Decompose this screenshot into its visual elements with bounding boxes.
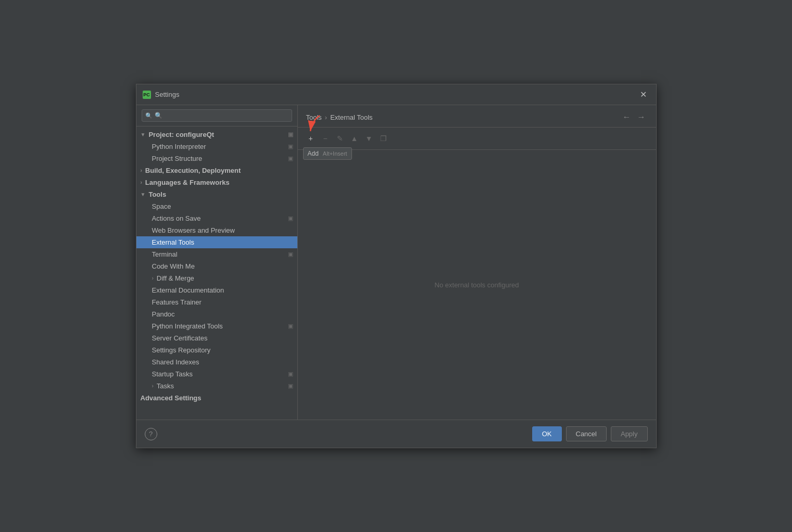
nav-forward-button[interactable]: → bbox=[635, 111, 648, 123]
sidebar-item-label: Python Integrated Tools bbox=[152, 322, 223, 330]
sidebar-item-label: Features Trainer bbox=[152, 298, 202, 306]
settings-icon: ▣ bbox=[288, 383, 293, 389]
expand-icon: › bbox=[152, 383, 154, 389]
sidebar-item-server-certificates[interactable]: Server Certificates bbox=[136, 332, 297, 344]
settings-icon: ▣ bbox=[288, 143, 293, 150]
sidebar-item-project[interactable]: ▼ Project: configureQt ▣ bbox=[136, 129, 297, 141]
sidebar-item-label: Shared Indexes bbox=[152, 358, 199, 366]
sidebar-item-label: Pandoc bbox=[152, 310, 175, 318]
cancel-button[interactable]: Cancel bbox=[566, 426, 607, 441]
sidebar-item-python-interpreter[interactable]: Python Interpreter ▣ bbox=[136, 141, 297, 153]
sidebar-item-shared-indexes[interactable]: Shared Indexes bbox=[136, 356, 297, 368]
expand-icon: › bbox=[141, 180, 142, 185]
sidebar-item-code-with-me[interactable]: Code With Me bbox=[136, 260, 297, 272]
sidebar-item-terminal[interactable]: Terminal ▣ bbox=[136, 248, 297, 260]
sidebar-item-advanced-settings[interactable]: Advanced Settings bbox=[136, 392, 297, 404]
search-input[interactable] bbox=[142, 109, 292, 122]
breadcrumb-separator: › bbox=[325, 113, 327, 121]
search-box: 🔍 bbox=[136, 105, 297, 126]
sidebar-item-web-browsers[interactable]: Web Browsers and Preview bbox=[136, 224, 297, 236]
sidebar-item-label: Terminal bbox=[152, 250, 178, 258]
nav-arrows: ← → bbox=[621, 111, 648, 123]
sidebar-item-features-trainer[interactable]: Features Trainer bbox=[136, 296, 297, 308]
settings-icon: ▣ bbox=[288, 323, 293, 330]
empty-message: No external tools configured bbox=[435, 281, 519, 289]
breadcrumb: Tools › External Tools bbox=[306, 113, 373, 121]
help-button[interactable]: ? bbox=[145, 428, 157, 440]
sidebar-item-external-tools[interactable]: External Tools bbox=[136, 236, 297, 248]
settings-icon: ▣ bbox=[288, 215, 293, 222]
sidebar-item-startup-tasks[interactable]: Startup Tasks ▣ bbox=[136, 368, 297, 380]
sidebar-item-label: Diff & Merge bbox=[157, 274, 194, 282]
breadcrumb-current: External Tools bbox=[330, 113, 372, 121]
sidebar-item-label: Languages & Frameworks bbox=[145, 179, 230, 186]
sidebar-item-actions-on-save[interactable]: Actions on Save ▣ bbox=[136, 212, 297, 224]
sidebar-item-label: Web Browsers and Preview bbox=[152, 226, 235, 234]
expand-icon: ▼ bbox=[141, 132, 146, 137]
sidebar-item-project-structure[interactable]: Project Structure ▣ bbox=[136, 153, 297, 164]
sidebar-item-label: Space bbox=[152, 202, 171, 210]
expand-icon: ▼ bbox=[141, 192, 146, 197]
app-icon: PC bbox=[143, 91, 151, 99]
move-down-tool-button[interactable]: ▼ bbox=[362, 132, 376, 145]
tooltip-label: Add bbox=[308, 150, 319, 157]
sidebar-item-label: Tasks bbox=[157, 382, 174, 390]
footer: ? OK Cancel Apply bbox=[136, 420, 656, 448]
main-panel: Tools › External Tools ← → bbox=[298, 105, 656, 420]
search-icon: 🔍 bbox=[145, 112, 153, 119]
settings-icon: ▣ bbox=[288, 131, 293, 138]
sidebar-item-python-integrated-tools[interactable]: Python Integrated Tools ▣ bbox=[136, 320, 297, 332]
sidebar-item-settings-repository[interactable]: Settings Repository bbox=[136, 344, 297, 356]
add-tool-button[interactable]: + bbox=[304, 132, 318, 145]
copy-tool-button[interactable]: ❐ bbox=[377, 132, 391, 145]
nav-tree: ▼ Project: configureQt ▣ Python Interpre… bbox=[136, 126, 297, 420]
sidebar-item-diff-merge[interactable]: › Diff & Merge bbox=[136, 272, 297, 284]
toolbar: + − ✎ ▲ ▼ ❐ Add Alt+Insert bbox=[298, 128, 656, 150]
sidebar-item-label: External Tools bbox=[152, 238, 194, 246]
sidebar-item-label: Startup Tasks bbox=[152, 370, 193, 378]
edit-tool-button[interactable]: ✎ bbox=[333, 132, 347, 145]
sidebar-item-languages-frameworks[interactable]: › Languages & Frameworks bbox=[136, 176, 297, 188]
main-header: Tools › External Tools ← → bbox=[298, 105, 656, 128]
main-content-area: No external tools configured bbox=[298, 150, 656, 420]
sidebar-item-external-documentation[interactable]: External Documentation bbox=[136, 284, 297, 296]
footer-actions: OK Cancel Apply bbox=[532, 426, 648, 441]
sidebar-item-tools[interactable]: ▼ Tools bbox=[136, 188, 297, 200]
sidebar-item-label: Actions on Save bbox=[152, 214, 201, 222]
sidebar: 🔍 ▼ Project: configureQt ▣ Python Interp… bbox=[136, 105, 298, 420]
sidebar-item-pandoc[interactable]: Pandoc bbox=[136, 308, 297, 320]
sidebar-item-label: Advanced Settings bbox=[141, 394, 202, 402]
breadcrumb-parent[interactable]: Tools bbox=[306, 113, 322, 121]
search-wrap: 🔍 bbox=[142, 109, 292, 122]
sidebar-item-label: Code With Me bbox=[152, 262, 195, 270]
ok-button[interactable]: OK bbox=[532, 426, 562, 441]
sidebar-item-label: Server Certificates bbox=[152, 334, 208, 342]
settings-icon: ▣ bbox=[288, 251, 293, 258]
remove-tool-button[interactable]: − bbox=[319, 132, 332, 145]
sidebar-item-label: External Documentation bbox=[152, 286, 224, 294]
move-up-tool-button[interactable]: ▲ bbox=[348, 132, 361, 145]
settings-icon: ▣ bbox=[288, 371, 293, 377]
sidebar-item-label: Project Structure bbox=[152, 155, 203, 162]
sidebar-item-label: Project: configureQt bbox=[148, 131, 214, 138]
sidebar-item-space[interactable]: Space bbox=[136, 200, 297, 212]
nav-back-button[interactable]: ← bbox=[621, 111, 633, 123]
dialog-title: Settings bbox=[155, 91, 180, 98]
sidebar-item-tasks[interactable]: › Tasks ▣ bbox=[136, 380, 297, 392]
sidebar-item-label: Build, Execution, Deployment bbox=[145, 167, 241, 174]
close-button[interactable]: ✕ bbox=[637, 88, 650, 100]
sidebar-item-label: Tools bbox=[148, 191, 166, 198]
tooltip-shortcut: Alt+Insert bbox=[323, 150, 347, 157]
settings-icon: ▣ bbox=[288, 155, 293, 162]
title-bar-left: PC Settings bbox=[143, 91, 180, 99]
sidebar-item-label: Settings Repository bbox=[152, 346, 211, 354]
expand-icon: › bbox=[141, 168, 142, 173]
title-bar: PC Settings ✕ bbox=[136, 84, 656, 105]
sidebar-item-label: Python Interpreter bbox=[152, 143, 206, 150]
expand-icon: › bbox=[152, 275, 154, 281]
apply-button[interactable]: Apply bbox=[611, 426, 648, 441]
sidebar-item-build-execution[interactable]: › Build, Execution, Deployment bbox=[136, 164, 297, 176]
settings-dialog: PC Settings ✕ 🔍 ▼ Project: configureQt ▣ bbox=[136, 84, 657, 448]
add-tooltip: Add Alt+Insert bbox=[303, 147, 352, 160]
content-area: 🔍 ▼ Project: configureQt ▣ Python Interp… bbox=[136, 105, 656, 420]
